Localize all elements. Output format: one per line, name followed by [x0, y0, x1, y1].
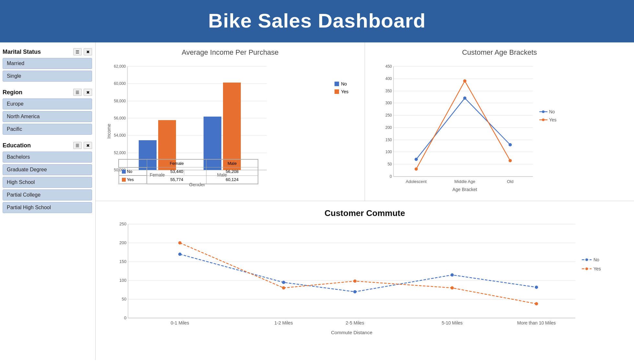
- x-old: Old: [507, 179, 513, 184]
- no-female-val: 53,440: [147, 167, 206, 176]
- commute-legend-yes: Yes: [593, 266, 601, 271]
- row-yes-label: Yes: [127, 177, 134, 182]
- x-12-miles: 1-2 Miles: [275, 320, 293, 325]
- filter-header-region: Region☰✖: [3, 89, 92, 96]
- filter-section-marital-status: Marital Status☰✖MarriedSingle: [3, 48, 92, 82]
- filter-section-region: Region☰✖EuropeNorth AmericaPacific: [3, 89, 92, 135]
- svg-text:300: 300: [385, 101, 392, 105]
- commute-yes-dot-510: [451, 286, 454, 290]
- filter-section-education: Education☰✖BachelorsGraduate DegreeHigh …: [3, 142, 92, 213]
- svg-text:54,000: 54,000: [114, 133, 126, 138]
- top-charts-row: Average Income Per Purchase Income 62,00…: [96, 42, 634, 201]
- filter-item-married[interactable]: Married: [3, 58, 92, 69]
- svg-point-42: [542, 119, 545, 121]
- svg-point-40: [542, 110, 545, 113]
- filter-item-pacific[interactable]: Pacific: [3, 124, 92, 135]
- svg-text:100: 100: [385, 150, 392, 154]
- no-male-val: 56,208: [206, 167, 258, 176]
- svg-text:200: 200: [385, 125, 392, 130]
- commute-yes-dot-25: [353, 279, 357, 283]
- svg-text:150: 150: [119, 259, 126, 264]
- filter-title-education: Education: [3, 142, 31, 149]
- x-01-miles: 0-1 Miles: [171, 320, 189, 325]
- age-no-dot-middleage: [463, 97, 466, 100]
- x-510-miles: 5-10 Miles: [442, 320, 463, 325]
- filter-list-icon-education[interactable]: ☰: [73, 142, 82, 149]
- filter-clear-icon-marital-status[interactable]: ✖: [84, 48, 92, 55]
- filter-item-partial-college[interactable]: Partial College: [3, 189, 92, 200]
- commute-legend-no: No: [593, 257, 599, 262]
- legend-no: No: [341, 81, 347, 86]
- commute-yes-dot-12: [282, 286, 285, 290]
- filter-item-north-america[interactable]: North America: [3, 111, 92, 122]
- page-header: Bike Sales Dashboard: [0, 0, 634, 42]
- avg-income-title: Average Income Per Purchase: [105, 48, 356, 57]
- svg-text:450: 450: [385, 64, 392, 69]
- main-layout: Marital Status☰✖MarriedSingleRegion☰✖Eur…: [0, 42, 634, 360]
- filter-item-europe[interactable]: Europe: [3, 98, 92, 109]
- age-no-dot-adolescent: [415, 158, 418, 161]
- age-yes-line: [416, 81, 510, 169]
- filter-title-marital-status: Marital Status: [3, 49, 41, 55]
- svg-text:350: 350: [385, 89, 392, 93]
- x-adolescent: Adolescent: [406, 179, 427, 184]
- svg-text:58,000: 58,000: [114, 99, 126, 103]
- filter-title-region: Region: [3, 89, 22, 96]
- svg-text:50: 50: [388, 162, 392, 166]
- header-title: Bike Sales Dashboard: [208, 9, 426, 32]
- age-yes-dot-middleage: [463, 79, 466, 83]
- age-legend-no: No: [549, 109, 555, 114]
- row-no-label: No: [127, 169, 133, 174]
- legend-yes: Yes: [341, 89, 348, 94]
- commute-no-dot-01: [178, 253, 182, 256]
- svg-text:0: 0: [124, 315, 126, 320]
- filter-item-high-school[interactable]: High School: [3, 177, 92, 188]
- svg-text:62,000: 62,000: [114, 64, 126, 69]
- svg-text:250: 250: [119, 222, 126, 226]
- svg-text:60,000: 60,000: [114, 81, 126, 86]
- svg-point-60: [585, 267, 588, 270]
- filter-item-bachelors[interactable]: Bachelors: [3, 152, 92, 163]
- svg-point-58: [585, 258, 588, 261]
- sidebar: Marital Status☰✖MarriedSingleRegion☰✖Eur…: [0, 42, 96, 360]
- filter-item-graduate-degree[interactable]: Graduate Degree: [3, 164, 92, 175]
- commute-x-label: Commute Distance: [331, 330, 372, 335]
- filter-list-icon-region[interactable]: ☰: [73, 89, 82, 96]
- filter-clear-icon-region[interactable]: ✖: [84, 89, 92, 96]
- charts-area: Average Income Per Purchase Income 62,00…: [96, 42, 634, 360]
- age-legend-yes: Yes: [549, 117, 557, 122]
- commute-yes-dot-10plus: [535, 302, 538, 305]
- commute-no-dot-510: [451, 273, 454, 277]
- commute-chart: Customer Commute 250 200 150 100 50 0: [96, 201, 634, 360]
- svg-text:56,000: 56,000: [114, 116, 126, 120]
- y-axis-label: Income: [106, 124, 112, 139]
- commute-yes-line: [180, 243, 536, 304]
- filter-header-marital-status: Marital Status☰✖: [3, 48, 92, 55]
- commute-no-line: [180, 254, 536, 292]
- age-brackets-svg: 450 400 350 300 250 200 150 100: [374, 60, 575, 196]
- x-10plus-miles: More than 10 Miles: [517, 320, 556, 325]
- filter-clear-icon-education[interactable]: ✖: [84, 142, 92, 149]
- age-x-label: Age Bracket: [452, 187, 477, 192]
- commute-no-dot-12: [282, 281, 285, 284]
- filter-list-icon-marital-status[interactable]: ☰: [73, 48, 82, 55]
- svg-text:0: 0: [390, 174, 392, 179]
- age-no-dot-old: [509, 143, 512, 146]
- col-female: Female: [147, 160, 206, 167]
- x-middleage: Middle Age: [454, 179, 475, 184]
- svg-text:250: 250: [385, 113, 392, 118]
- age-brackets-title: Customer Age Brackets: [374, 48, 625, 57]
- commute-svg: 250 200 150 100 50 0: [109, 221, 621, 344]
- svg-text:52,000: 52,000: [114, 151, 126, 155]
- filter-item-single[interactable]: Single: [3, 71, 92, 82]
- yes-female-val: 55,774: [147, 176, 206, 184]
- yes-male-val: 60,124: [206, 176, 258, 184]
- filter-header-education: Education☰✖: [3, 142, 92, 149]
- svg-text:400: 400: [385, 76, 392, 81]
- age-yes-dot-adolescent: [415, 167, 418, 171]
- age-brackets-chart: Customer Age Brackets 450 400 350 300 25…: [365, 42, 634, 201]
- avg-income-legend: No Yes: [335, 81, 348, 94]
- age-no-line: [416, 98, 510, 159]
- filter-item-partial-high-school[interactable]: Partial High School: [3, 202, 92, 213]
- bar-male-yes: [223, 83, 241, 170]
